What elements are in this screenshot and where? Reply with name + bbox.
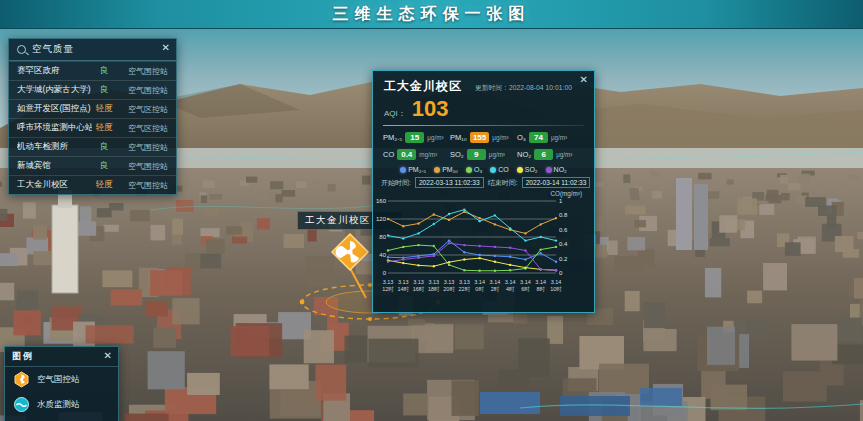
- update-time-label: 更新时间：: [475, 84, 509, 91]
- svg-text:3.14: 3.14: [520, 279, 531, 285]
- station-list-title: 空气质量: [32, 43, 74, 56]
- pollutant-cell: PM₁₀ 155 μg/m³: [450, 132, 517, 143]
- pollutant-value-chip: 6: [534, 149, 553, 160]
- svg-text:80: 80: [379, 234, 386, 240]
- legend-item[interactable]: PM₂.₅: [400, 166, 426, 173]
- svg-text:120: 120: [376, 216, 387, 222]
- end-time-input[interactable]: 2022-03-14 11:02:33: [522, 177, 591, 188]
- svg-text:0.4: 0.4: [559, 241, 568, 247]
- legend-entry-label: 水质监测站: [37, 399, 80, 411]
- svg-text:3.14: 3.14: [535, 279, 546, 285]
- svg-text:40: 40: [379, 252, 386, 258]
- legend-panel-title: 图例: [12, 350, 34, 363]
- pollutant-cell: PM₂.₅ 15 μg/m³: [383, 132, 450, 143]
- svg-text:3.14: 3.14: [551, 279, 562, 285]
- legend-label: PM₁₀: [442, 166, 458, 173]
- pollutant-unit: μg/m³: [551, 134, 567, 141]
- legend-dot: [490, 167, 496, 173]
- popup-station-name: 工大金川校区: [384, 78, 462, 95]
- close-icon[interactable]: ✕: [104, 351, 112, 361]
- update-time-value: 2022-08-04 10:01:00: [509, 84, 572, 91]
- svg-text:0.6: 0.6: [559, 227, 568, 233]
- station-list: 赛罕区政府 良 空气国控站 大学城(内蒙古大学) 良 空气国控站 如意开发区(国…: [9, 61, 176, 194]
- aqi-value: 103: [412, 98, 449, 120]
- legend-entry-air[interactable]: 空气国控站: [5, 367, 118, 392]
- station-level: 良: [92, 160, 116, 172]
- legend-dot: [517, 167, 523, 173]
- station-type: 空气国控站: [116, 66, 168, 77]
- svg-text:3.13: 3.13: [459, 279, 470, 285]
- pollutant-cell: NO₂ 6 μg/m³: [517, 149, 584, 160]
- station-list-panel: 空气质量 ✕ 赛罕区政府 良 空气国控站 大学城(内蒙古大学) 良 空气国控站 …: [8, 38, 177, 195]
- pollutant-value-chip: 9: [467, 149, 486, 160]
- station-type: 空气国控站: [116, 85, 168, 96]
- map-legend-panel: 图例 ✕ 空气国控站 水质监测站: [4, 346, 119, 421]
- legend-item[interactable]: NO₂: [546, 166, 567, 173]
- pollutant-unit: μg/m³: [427, 134, 443, 141]
- pollutant-grid: PM₂.₅ 15 μg/m³ PM₁₀ 155 μg/m³ O₃ 74 μg/m…: [373, 132, 594, 160]
- divider: [383, 125, 584, 126]
- page-title: 三维生态环保一张图: [333, 4, 531, 25]
- title-bar: 三维生态环保一张图: [0, 0, 863, 29]
- pollutant-name: SO₂: [450, 150, 464, 159]
- pollutant-cell: CO 0.4 mg/m³: [383, 149, 450, 160]
- start-time-label: 开始时间:: [381, 178, 411, 188]
- station-row[interactable]: 赛罕区政府 良 空气国控站: [9, 61, 176, 80]
- time-range-row: 开始时间: 2022-03-13 11:02:33 结束时间: 2022-03-…: [373, 174, 594, 188]
- svg-text:3.13: 3.13: [428, 279, 439, 285]
- pollutant-name: NO₂: [517, 150, 531, 159]
- station-type: 空气区控站: [116, 104, 168, 115]
- svg-text:3.13: 3.13: [444, 279, 455, 285]
- station-row[interactable]: 机动车检测所 良 空气国控站: [9, 137, 176, 156]
- legend-item[interactable]: O₃: [466, 166, 482, 173]
- svg-text:0: 0: [559, 270, 563, 276]
- svg-text:12时: 12时: [382, 286, 394, 292]
- end-time-label: 结束时间:: [488, 178, 518, 188]
- pollutant-name: O₃: [517, 133, 526, 142]
- station-level: 良: [92, 84, 116, 96]
- legend-item[interactable]: CO: [490, 166, 509, 173]
- station-name: 工大金川校区: [17, 179, 92, 191]
- start-time-input[interactable]: 2022-03-13 11:02:33: [415, 177, 484, 188]
- pollutant-unit: μg/m³: [556, 151, 572, 158]
- svg-text:1: 1: [559, 198, 563, 204]
- station-name: 新城宾馆: [17, 160, 92, 172]
- station-name: 机动车检测所: [17, 141, 92, 153]
- landmark-tower: [52, 205, 78, 293]
- pollutant-unit: mg/m³: [419, 151, 437, 158]
- update-time: 更新时间：2022-08-04 10:01:00: [475, 83, 572, 93]
- svg-text:3.14: 3.14: [505, 279, 516, 285]
- pollutant-name: PM₁₀: [450, 133, 467, 142]
- legend-label: PM₂.₅: [408, 166, 426, 173]
- station-row[interactable]: 新城宾馆 良 空气国控站: [9, 156, 176, 175]
- close-icon[interactable]: ✕: [580, 75, 588, 85]
- legend-entry-water[interactable]: 水质监测站: [5, 392, 118, 417]
- legend-label: CO: [498, 166, 509, 173]
- legend-label: SO₂: [525, 166, 538, 173]
- legend-item[interactable]: PM₁₀: [434, 166, 458, 173]
- station-row[interactable]: 大学城(内蒙古大学) 良 空气国控站: [9, 80, 176, 99]
- svg-text:6时: 6时: [521, 286, 530, 292]
- station-type: 空气国控站: [116, 161, 168, 172]
- water-station-icon: [13, 396, 30, 413]
- close-icon[interactable]: ✕: [162, 43, 170, 53]
- station-name: 大学城(内蒙古大学): [17, 84, 92, 96]
- station-name: 赛罕区政府: [17, 65, 92, 77]
- svg-text:8时: 8时: [536, 286, 545, 292]
- app-window: 工大金川校区 三维生态环保一张图 空气质量 ✕ 赛罕区政府 良 空气国控站 大学…: [0, 0, 863, 421]
- pollutant-trend-chart: 0408012016000.20.40.60.813.1312时3.1314时3…: [373, 197, 573, 301]
- svg-text:18时: 18时: [428, 286, 440, 292]
- svg-text:0时: 0时: [475, 286, 484, 292]
- pollutant-cell: O₃ 74 μg/m³: [517, 132, 584, 143]
- legend-entry-label: 空气国控站: [37, 374, 80, 386]
- station-detail-popup: 工大金川校区 更新时间：2022-08-04 10:01:00 ✕ AQI： 1…: [372, 70, 595, 313]
- station-row[interactable]: 呼市环境监测中心站 轻度 空气区控站: [9, 118, 176, 137]
- svg-text:3.13: 3.13: [398, 279, 409, 285]
- station-row[interactable]: 如意开发区(国控点) 轻度 空气区控站: [9, 99, 176, 118]
- station-row[interactable]: 工大金川校区 轻度 空气国控站: [9, 175, 176, 194]
- station-name: 呼市环境监测中心站: [17, 122, 92, 134]
- svg-text:3.14: 3.14: [474, 279, 485, 285]
- legend-item[interactable]: SO₂: [517, 166, 538, 173]
- pollutant-name: CO: [383, 150, 394, 159]
- pollutant-name: PM₂.₅: [383, 133, 402, 142]
